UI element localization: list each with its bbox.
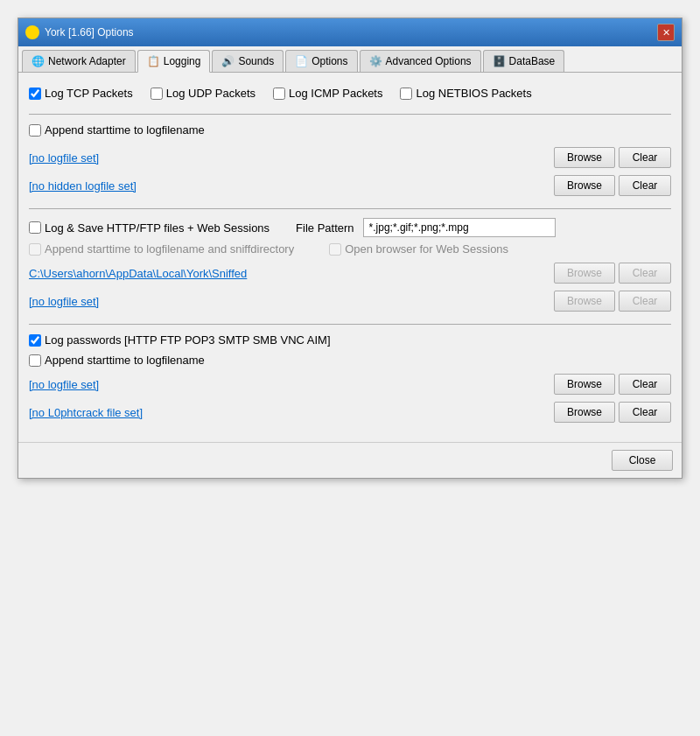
packet-options-row: Log TCP Packets Log UDP Packets Log ICMP… [29, 81, 671, 105]
append-starttime-3-checkbox[interactable] [29, 354, 41, 367]
passwords-section: Log passwords [HTTP FTP POP3 SMTP SMB VN… [29, 333, 671, 426]
clear-button-2[interactable]: Clear [619, 291, 671, 312]
no-l0pht-link[interactable]: [no L0phtcrack file set] [29, 406, 143, 419]
file-pattern-input[interactable] [363, 218, 556, 237]
tab-advanced-options[interactable]: ⚙️ Advanced Options [360, 50, 481, 72]
file-pattern-label: File Pattern [296, 221, 354, 235]
tab-sounds-label: Sounds [238, 55, 274, 67]
tab-network-adapter-label: Network Adapter [48, 55, 126, 67]
log-tcp-checkbox[interactable] [29, 88, 41, 100]
tab-database-label: DataBase [509, 55, 556, 67]
sniffed-path-row: C:\Users\ahorn\AppData\Local\York\Sniffe… [29, 259, 671, 287]
append-starttime-2-checkbox[interactable] [29, 243, 41, 256]
options-icon: 📄 [295, 55, 308, 67]
append-starttime-2-item: Append starttime to logfilename and snif… [29, 242, 294, 256]
no-logfile-1-link[interactable]: [no logfile set] [29, 151, 99, 165]
browse-button-1[interactable]: Browse [554, 147, 615, 168]
tab-options[interactable]: 📄 Options [285, 50, 357, 72]
divider-1 [29, 114, 671, 115]
tab-options-label: Options [312, 55, 347, 67]
append-starttime-3-label: Append starttime to logfilename [45, 354, 205, 367]
append-starttime-3-item: Append starttime to logfilename [29, 354, 671, 367]
logfile-row-1: [no logfile set] Browse Clear [29, 144, 671, 172]
tab-sounds[interactable]: 🔊 Sounds [212, 50, 284, 72]
clear-button-3[interactable]: Clear [619, 374, 671, 395]
footer: Close [18, 442, 682, 478]
logfile-row-2: [no logfile set] Browse Clear [29, 287, 671, 315]
http-sub-options: Append starttime to logfilename and snif… [29, 242, 671, 256]
database-icon: 🗄️ [493, 55, 506, 67]
browse-button-sniffed[interactable]: Browse [554, 263, 615, 284]
close-dialog-button[interactable]: Close [612, 450, 673, 471]
log-passwords-checkbox[interactable] [29, 334, 41, 347]
clear-button-l0pht[interactable]: Clear [619, 402, 671, 423]
main-window: York [1.66] Options ✕ 🌐 Network Adapter … [18, 18, 682, 479]
clear-button-1[interactable]: Clear [619, 147, 671, 168]
browse-button-hidden[interactable]: Browse [554, 175, 615, 196]
log-http-ftp-label: Log & Save HTTP/FTP files + Web Sessions [45, 221, 270, 235]
logfile-row-3: [no logfile set] Browse Clear [29, 370, 671, 398]
log-udp-label: Log UDP Packets [166, 87, 256, 100]
log-icmp-checkbox[interactable] [273, 88, 285, 100]
title-bar-left: York [1.66] Options [25, 25, 134, 39]
append-starttime-1-checkbox[interactable] [29, 124, 41, 137]
tab-bar: 🌐 Network Adapter 📋 Logging 🔊 Sounds 📄 O… [18, 46, 682, 73]
logfile-2-btn-group: Browse Clear [554, 291, 671, 312]
log-passwords-label: Log passwords [HTTP FTP POP3 SMTP SMB VN… [45, 333, 331, 347]
open-browser-item: Open browser for Web Sessions [329, 242, 508, 256]
logging-icon: 📋 [147, 55, 160, 67]
logfile-1-btn-group: Browse Clear [554, 147, 671, 168]
no-logfile-3-link[interactable]: [no logfile set] [29, 378, 99, 391]
icmp-checkbox-item: Log ICMP Packets [273, 87, 382, 100]
open-browser-label: Open browser for Web Sessions [345, 242, 508, 256]
append-starttime-1-item: Append starttime to logfilename [29, 123, 671, 137]
sniffed-btn-group: Browse Clear [554, 263, 671, 284]
clear-button-sniffed[interactable]: Clear [619, 263, 671, 284]
http-ftp-row: Log & Save HTTP/FTP files + Web Sessions… [29, 218, 671, 237]
log-tcp-label: Log TCP Packets [45, 87, 133, 100]
tab-database[interactable]: 🗄️ DataBase [483, 50, 565, 72]
window-title: York [1.66] Options [45, 26, 134, 39]
tab-network-adapter[interactable]: 🌐 Network Adapter [22, 50, 136, 72]
log-netbios-checkbox[interactable] [400, 88, 412, 100]
log-icmp-label: Log ICMP Packets [289, 87, 382, 100]
http-ftp-checkbox-item: Log & Save HTTP/FTP files + Web Sessions [29, 221, 270, 235]
hidden-logfile-row: [no hidden logfile set] Browse Clear [29, 172, 671, 200]
browse-button-3[interactable]: Browse [554, 374, 615, 395]
clear-button-hidden[interactable]: Clear [619, 175, 671, 196]
app-icon [25, 25, 39, 39]
title-bar: York [1.66] Options ✕ [18, 18, 682, 46]
netbios-checkbox-item: Log NETBIOS Packets [400, 87, 531, 100]
l0pht-btn-group: Browse Clear [554, 402, 671, 423]
hidden-logfile-btn-group: Browse Clear [554, 175, 671, 196]
append-starttime-2-label: Append starttime to logfilename and snif… [45, 242, 294, 256]
http-ftp-section: Log & Save HTTP/FTP files + Web Sessions… [29, 218, 671, 315]
close-button[interactable]: ✕ [657, 24, 675, 41]
tab-logging-label: Logging [164, 55, 201, 67]
sniffed-path-link[interactable]: C:\Users\ahorn\AppData\Local\York\Sniffe… [29, 267, 247, 280]
no-logfile-2-link[interactable]: [no logfile set] [29, 295, 99, 308]
browse-button-l0pht[interactable]: Browse [554, 402, 615, 423]
sounds-icon: 🔊 [221, 55, 234, 67]
open-browser-checkbox[interactable] [329, 243, 341, 256]
advanced-options-icon: ⚙️ [369, 55, 382, 67]
no-hidden-logfile-link[interactable]: [no hidden logfile set] [29, 179, 136, 193]
log-passwords-item: Log passwords [HTTP FTP POP3 SMTP SMB VN… [29, 333, 671, 347]
append-starttime-1-label: Append starttime to logfilename [45, 123, 205, 137]
logfile-3-btn-group: Browse Clear [554, 374, 671, 395]
network-adapter-icon: 🌐 [32, 55, 45, 67]
divider-2 [29, 208, 671, 209]
tab-logging[interactable]: 📋 Logging [137, 50, 211, 73]
tab-advanced-options-label: Advanced Options [386, 55, 472, 67]
log-udp-checkbox[interactable] [150, 88, 163, 100]
udp-checkbox-item: Log UDP Packets [150, 87, 256, 100]
tcp-checkbox-item: Log TCP Packets [29, 87, 133, 100]
l0pht-row: [no L0phtcrack file set] Browse Clear [29, 398, 671, 426]
log-netbios-label: Log NETBIOS Packets [416, 87, 531, 100]
append-section-1: Append starttime to logfilename [29, 123, 671, 137]
divider-3 [29, 324, 671, 325]
browse-button-2[interactable]: Browse [554, 291, 615, 312]
content-area: Log TCP Packets Log UDP Packets Log ICMP… [18, 73, 682, 442]
log-http-ftp-checkbox[interactable] [29, 221, 41, 234]
